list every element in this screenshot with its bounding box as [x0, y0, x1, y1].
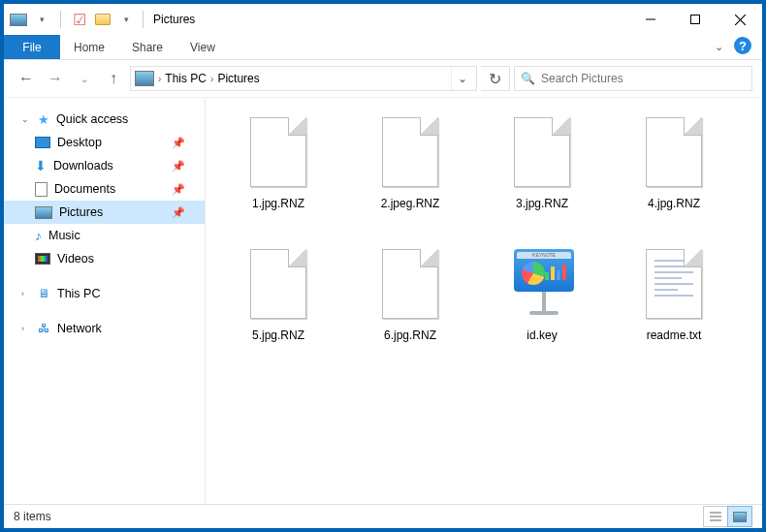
location-icon — [135, 71, 154, 86]
blank-file-icon — [377, 249, 443, 323]
sidebar-item-label: Desktop — [57, 136, 102, 149]
sidebar-item-label: Music — [48, 229, 80, 242]
up-button[interactable]: ↑ — [101, 66, 126, 91]
navigation-pane: ⌄ ★ Quick access Desktop 📌 ⬇ Downloads 📌… — [4, 98, 206, 504]
qat-customize-icon[interactable]: ▾ — [115, 9, 137, 30]
sidebar-item-music[interactable]: ♪ Music — [4, 224, 205, 247]
qat-dropdown-icon[interactable]: ▾ — [31, 9, 52, 30]
sidebar-item-pictures[interactable]: Pictures 📌 — [4, 201, 205, 224]
file-name: 3.jpg.RNZ — [516, 197, 568, 210]
network-icon: 🖧 — [38, 322, 50, 335]
address-dropdown-icon[interactable]: ⌄ — [451, 67, 472, 90]
expand-icon[interactable]: › — [21, 324, 31, 333]
network-label: Network — [57, 322, 102, 335]
status-bar: 8 items — [4, 504, 762, 528]
window-title: Pictures — [153, 13, 195, 26]
pin-icon: 📌 — [172, 160, 185, 172]
app-icon — [8, 9, 29, 30]
back-button[interactable]: ← — [14, 66, 39, 91]
address-bar[interactable]: › This PC › Pictures ⌄ — [130, 66, 477, 91]
file-name: readme.txt — [647, 329, 702, 342]
title-bar: ▾ ☑ ▾ Pictures — [4, 4, 762, 35]
item-count: 8 items — [14, 510, 51, 523]
pin-icon: 📌 — [172, 183, 185, 196]
refresh-button[interactable]: ↻ — [481, 66, 510, 91]
sidebar-item-videos[interactable]: Videos — [4, 247, 205, 270]
quick-access-label: Quick access — [56, 112, 128, 126]
text-file-icon — [641, 249, 707, 323]
icons-view-button[interactable] — [727, 506, 752, 527]
star-icon: ★ — [38, 112, 49, 127]
search-box[interactable]: 🔍 — [514, 66, 752, 91]
file-item[interactable]: 4.jpg.RNZ — [611, 111, 737, 237]
file-item[interactable]: 3.jpg.RNZ — [479, 111, 605, 237]
svg-text:?: ? — [739, 39, 747, 53]
search-icon: 🔍 — [521, 72, 535, 85]
help-button[interactable]: ? — [733, 36, 756, 59]
tab-home[interactable]: Home — [60, 35, 118, 59]
collapse-icon[interactable]: ⌄ — [21, 114, 31, 124]
file-item[interactable]: 2.jpeg.RNZ — [347, 111, 473, 237]
breadcrumb-segment[interactable]: This PC — [165, 72, 207, 85]
chevron-right-icon[interactable]: › — [210, 74, 213, 84]
file-name: 5.jpg.RNZ — [252, 329, 304, 342]
file-item[interactable]: KEYNOTEid.key — [479, 243, 605, 369]
file-list[interactable]: 1.jpg.RNZ2.jpeg.RNZ3.jpg.RNZ4.jpg.RNZ5.j… — [206, 98, 762, 504]
keynote-file-icon: KEYNOTE — [509, 249, 575, 323]
sidebar-item-desktop[interactable]: Desktop 📌 — [4, 131, 205, 154]
expand-icon[interactable]: › — [21, 289, 31, 298]
svg-rect-1 — [691, 16, 700, 24]
file-name: 1.jpg.RNZ — [252, 197, 304, 210]
tab-share[interactable]: Share — [118, 35, 176, 59]
this-pc-header[interactable]: › 🖥 This PC — [4, 282, 205, 305]
pc-icon: 🖥 — [38, 287, 50, 300]
pictures-icon — [35, 206, 52, 219]
properties-icon[interactable]: ☑ — [69, 9, 90, 30]
file-item[interactable]: 5.jpg.RNZ — [215, 243, 341, 369]
pin-icon: 📌 — [172, 206, 185, 219]
details-view-button[interactable] — [703, 506, 728, 527]
explorer-window: ▾ ☑ ▾ Pictures File Home Share View ⌄ ? … — [3, 3, 763, 529]
quick-access-header[interactable]: ⌄ ★ Quick access — [4, 108, 205, 131]
recent-locations-icon[interactable]: ⌄ — [72, 66, 97, 91]
sidebar-item-label: Downloads — [53, 159, 113, 172]
file-name: 6.jpg.RNZ — [384, 329, 436, 342]
desktop-icon — [35, 137, 50, 148]
blank-file-icon — [245, 249, 311, 323]
ribbon-expand-icon[interactable]: ⌄ — [704, 35, 733, 59]
file-item[interactable]: readme.txt — [611, 243, 737, 369]
blank-file-icon — [509, 117, 575, 191]
file-menu[interactable]: File — [4, 35, 60, 59]
file-item[interactable]: 6.jpg.RNZ — [347, 243, 473, 369]
videos-icon — [35, 253, 50, 265]
close-button[interactable] — [718, 5, 762, 34]
sidebar-item-label: Pictures — [59, 205, 103, 219]
breadcrumb-segment[interactable]: Pictures — [217, 72, 259, 85]
blank-file-icon — [641, 117, 707, 191]
sidebar-item-documents[interactable]: Documents 📌 — [4, 177, 205, 201]
file-item[interactable]: 1.jpg.RNZ — [215, 111, 341, 237]
chevron-right-icon[interactable]: › — [158, 74, 161, 84]
sidebar-item-downloads[interactable]: ⬇ Downloads 📌 — [4, 154, 205, 177]
music-icon: ♪ — [35, 228, 42, 243]
quick-access-toolbar: ▾ ☑ ▾ — [8, 9, 137, 30]
minimize-button[interactable] — [628, 5, 673, 34]
network-header[interactable]: › 🖧 Network — [4, 317, 205, 340]
maximize-button[interactable] — [673, 5, 718, 34]
new-folder-icon[interactable] — [92, 9, 113, 30]
search-input[interactable] — [541, 72, 746, 85]
blank-file-icon — [377, 117, 443, 191]
forward-button[interactable]: → — [43, 66, 68, 91]
pin-icon: 📌 — [172, 137, 185, 149]
ribbon: File Home Share View ⌄ ? — [4, 35, 762, 60]
this-pc-label: This PC — [57, 287, 100, 300]
file-name: 2.jpeg.RNZ — [381, 197, 440, 210]
navigation-bar: ← → ⌄ ↑ › This PC › Pictures ⌄ ↻ 🔍 — [4, 60, 762, 97]
file-name: id.key — [527, 329, 557, 342]
documents-icon — [35, 182, 48, 197]
sidebar-item-label: Videos — [57, 252, 94, 266]
blank-file-icon — [245, 117, 311, 191]
tab-view[interactable]: View — [176, 35, 229, 59]
sidebar-item-label: Documents — [54, 182, 115, 196]
file-name: 4.jpg.RNZ — [648, 197, 700, 210]
